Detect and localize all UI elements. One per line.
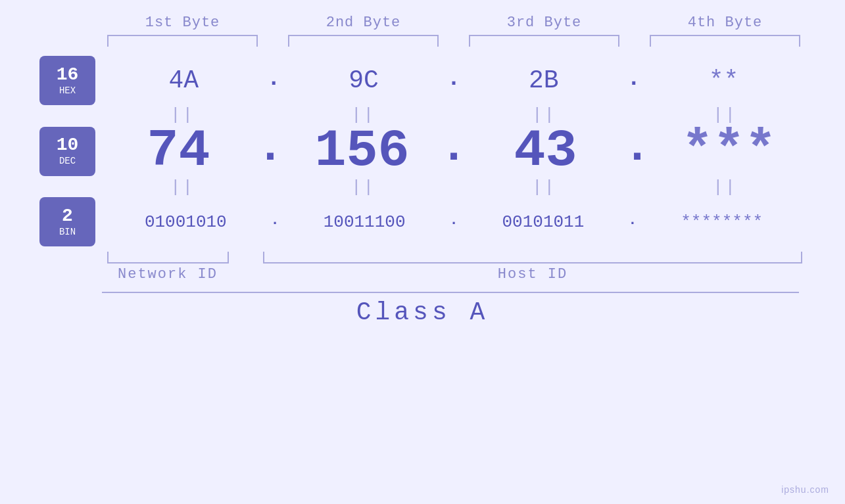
- hex-b2: 9C: [282, 57, 446, 105]
- dec-dot3: .: [623, 125, 651, 177]
- bin-badge: 2 BIN: [39, 197, 95, 246]
- byte4-header: 4th Byte: [644, 14, 806, 31]
- bin-b3: 00101011: [460, 206, 627, 239]
- bin-dot3: .: [628, 214, 637, 230]
- byte2-header: 2nd Byte: [283, 14, 444, 31]
- hex-b3: 2B: [462, 57, 626, 105]
- bracket-byte3: [469, 35, 619, 47]
- dec-b3: 43: [469, 125, 622, 177]
- bracket-byte1: [107, 35, 258, 47]
- hex-dot2: .: [447, 68, 460, 94]
- watermark: ipshu.com: [781, 484, 829, 495]
- byte1-header: 1st Byte: [102, 14, 263, 31]
- dec-b1: 74: [102, 125, 255, 177]
- dec-b4: ***: [652, 125, 806, 177]
- bin-dot2: .: [449, 214, 458, 230]
- hex-badge-num: 16: [57, 66, 79, 84]
- class-line: [102, 292, 799, 293]
- dec-row: 10 DEC 74 . 156 . 43 . ***: [39, 125, 806, 177]
- dec-dot2: .: [440, 125, 468, 177]
- hex-dot1: .: [267, 68, 281, 94]
- byte3-header: 3rd Byte: [464, 14, 625, 31]
- dec-badge-label: DEC: [59, 156, 76, 166]
- hex-dot3: .: [627, 68, 640, 94]
- dec-badge-num: 10: [57, 136, 79, 154]
- dec-b2: 156: [285, 125, 439, 177]
- bracket-byte4: [650, 35, 800, 47]
- bin-b2: 10011100: [281, 206, 448, 239]
- bracket-byte2: [288, 35, 439, 47]
- bin-b1: 01001010: [102, 206, 270, 239]
- bin-row: 2 BIN 01001010 . 10011100 . 00101011 . *…: [39, 197, 806, 246]
- hex-b1: 4A: [102, 57, 266, 105]
- class-label: Class A: [356, 298, 489, 327]
- hex-row: 16 HEX 4A . 9C . 2B . **: [39, 56, 806, 105]
- bin-dot1: .: [271, 214, 279, 230]
- bin-badge-num: 2: [62, 207, 73, 225]
- bin-values: 01001010 . 10011100 . 00101011 . *******…: [102, 206, 806, 239]
- hex-b4: **: [642, 57, 806, 105]
- dec-values: 74 . 156 . 43 . ***: [102, 125, 806, 177]
- bin-b4: ********: [638, 206, 806, 239]
- hex-badge-label: HEX: [59, 85, 76, 96]
- main-container: 1st Byte 2nd Byte 3rd Byte 4th Byte 16 H…: [0, 0, 845, 504]
- bin-badge-label: BIN: [59, 227, 76, 237]
- hex-values: 4A . 9C . 2B . **: [102, 57, 806, 105]
- host-id-label: Host ID: [498, 266, 567, 283]
- hex-badge: 16 HEX: [39, 56, 95, 105]
- dec-badge: 10 DEC: [39, 127, 95, 176]
- dec-dot1: .: [256, 125, 284, 177]
- network-id-label: Network ID: [118, 266, 218, 283]
